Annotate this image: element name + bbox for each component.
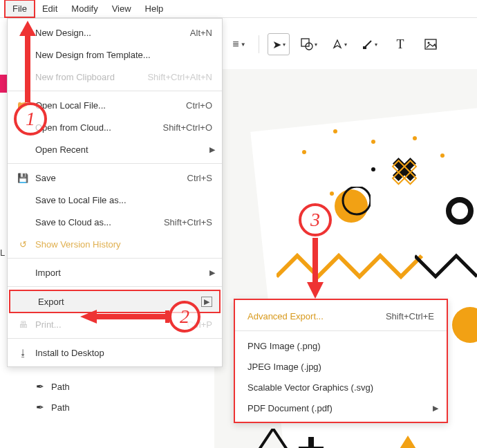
menu-file[interactable]: File (4, 0, 35, 18)
svg-marker-30 (307, 282, 324, 299)
layer-row-path[interactable]: ✒ Path (10, 397, 70, 418)
annotation-2-number: 2 (180, 306, 189, 328)
submenu-arrow-icon: ▶ (433, 404, 438, 413)
deco-orange-triangle (391, 436, 425, 448)
submenu-sep (235, 330, 447, 331)
deco-dots (270, 118, 477, 256)
deco-orange-circle2 (449, 304, 477, 346)
menu-save-cloud-as[interactable]: Save to Cloud as... Shift+Ctrl+S (8, 211, 222, 233)
menu-new-design-label: New Design... (35, 28, 190, 38)
svg-point-5 (302, 150, 306, 154)
svg-marker-20 (252, 429, 294, 448)
menu-view[interactable]: View (105, 1, 138, 17)
svg-marker-27 (80, 310, 97, 324)
submenu-arrow-icon: ▶ (201, 297, 212, 307)
deco-zigzag1 (277, 249, 429, 290)
export-pdf-label: PDF Document (.pdf) (247, 403, 434, 413)
menu-sep (8, 338, 222, 339)
layer-row-path[interactable]: ✒ Path (10, 376, 70, 397)
menu-sep (8, 258, 222, 259)
tool-image[interactable] (420, 33, 442, 55)
svg-point-19 (452, 307, 477, 343)
tool-text[interactable]: T (389, 33, 411, 55)
export-pdf[interactable]: PDF Document (.pdf) ▶ (235, 398, 447, 418)
tool-shape[interactable]: ▾ (298, 33, 320, 55)
menu-save-local-as-label: Save to Local File as... (35, 195, 212, 205)
menu-import[interactable]: Import ▶ (8, 261, 222, 283)
annotation-2: 2 (169, 301, 200, 333)
svg-rect-2 (363, 46, 366, 49)
export-svg[interactable]: Scalable Vector Graphics (.svg) (235, 377, 447, 398)
svg-point-18 (449, 200, 471, 222)
menu-save-cloud-as-label: Save to Cloud as... (35, 217, 164, 227)
submenu-arrow-icon: ▶ (209, 268, 215, 277)
export-advanced-shortcut: Shift+Ctrl+E (386, 311, 434, 321)
deco-plus (297, 436, 325, 448)
menu-open-cloud-label: Open from Cloud... (35, 122, 162, 133)
menu-open-cloud-shortcut: Shift+Ctrl+O (162, 122, 212, 133)
svg-marker-25 (19, 21, 36, 36)
export-advanced-label: Advanced Export... (247, 311, 386, 321)
deco-cross-icon (387, 152, 422, 187)
align-dropdown[interactable]: ≡▼ (228, 33, 250, 55)
pen-icon: ✒ (36, 381, 44, 392)
svg-rect-22 (308, 437, 314, 448)
export-png[interactable]: PNG Image (.png) (235, 335, 447, 356)
submenu-arrow-icon: ▶ (209, 145, 215, 154)
menu-new-design-shortcut: Alt+N (190, 28, 212, 38)
svg-point-16 (335, 189, 368, 223)
history-icon: ↺ (16, 239, 30, 250)
print-icon: 🖶 (16, 319, 30, 330)
tool-brush[interactable]: ▾ (359, 33, 381, 55)
save-icon: 💾 (16, 173, 30, 183)
menu-new-clipboard-shortcut: Shift+Ctrl+Alt+N (147, 72, 212, 82)
svg-point-10 (440, 153, 445, 158)
menu-open-local-label: Open Local File... (35, 100, 186, 111)
menu-save-label: Save (35, 173, 187, 183)
export-jpeg-label: JPEG Image (.jpg) (247, 362, 434, 372)
svg-point-8 (371, 167, 375, 171)
annotation-3-number: 3 (310, 209, 320, 231)
export-svg-label: Scalable Vector Graphics (.svg) (247, 382, 434, 393)
download-icon: ⭳ (16, 348, 30, 358)
pen-icon: ✒ (36, 402, 44, 413)
menu-install-label: Install to Desktop (35, 348, 212, 358)
selection-strip (0, 75, 7, 93)
deco-zigzag2 (415, 249, 477, 290)
deco-triangle (252, 429, 294, 448)
export-png-label: PNG Image (.png) (247, 341, 434, 351)
svg-marker-21 (391, 436, 425, 448)
menu-import-label: Import (35, 268, 212, 278)
menubar: File Edit Modify View Help (0, 0, 477, 18)
layer-label: Path (51, 402, 70, 413)
toolbar-divider (259, 35, 259, 53)
annotation-arrow-1 (18, 19, 46, 109)
tool-move[interactable]: ➤▾ (268, 33, 290, 55)
menu-sep (8, 163, 222, 164)
svg-point-4 (428, 42, 430, 44)
menu-open-local-shortcut: Ctrl+O (186, 100, 212, 111)
menu-new-clipboard-label: New from Clipboard (35, 72, 147, 82)
menu-open-recent[interactable]: Open Recent ▶ (8, 138, 222, 160)
menu-modify[interactable]: Modify (64, 1, 104, 17)
svg-rect-0 (301, 39, 309, 46)
annotation-1: 1 (14, 102, 47, 136)
annotation-3: 3 (299, 203, 332, 236)
layer-label: Path (51, 382, 70, 392)
layers-panel-partial: ✒ Path ✒ Path (10, 376, 70, 418)
deco-ring-icon (442, 194, 477, 228)
menu-save-shortcut: Ctrl+S (187, 173, 212, 183)
export-submenu: Advanced Export... Shift+Ctrl+E PNG Imag… (234, 299, 448, 423)
export-jpeg[interactable]: JPEG Image (.jpg) (235, 356, 447, 377)
menu-open-recent-label: Open Recent (35, 144, 212, 155)
annotation-arrow-3 (306, 235, 333, 301)
menu-install-desktop[interactable]: ⭳ Install to Desktop (8, 342, 222, 364)
deco-orange-circle (332, 187, 371, 225)
menu-help[interactable]: Help (138, 1, 171, 17)
menu-sep (8, 286, 222, 287)
tool-pen[interactable]: ▾ (328, 33, 350, 55)
export-advanced[interactable]: Advanced Export... Shift+Ctrl+E (235, 306, 447, 326)
menu-save[interactable]: 💾 Save Ctrl+S (8, 167, 222, 189)
menu-edit[interactable]: Edit (35, 1, 64, 17)
menu-save-local-as[interactable]: Save to Local File as... (8, 189, 222, 211)
